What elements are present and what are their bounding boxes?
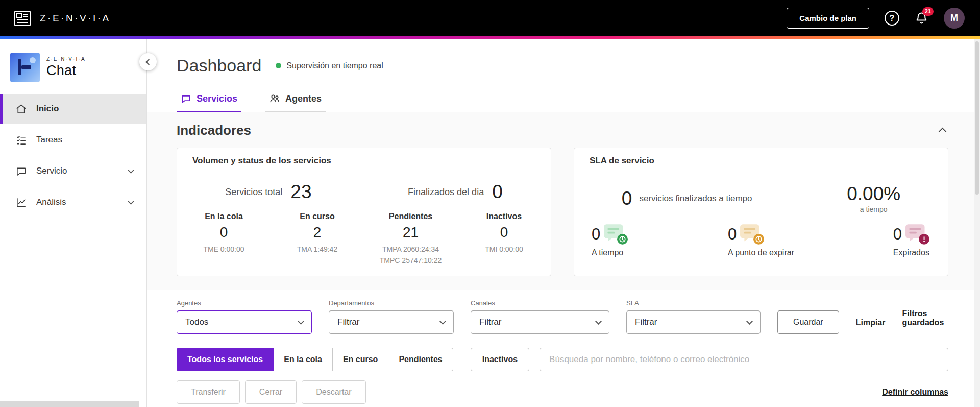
bulk-actions-row: Transferir Cerrar Descartar Definir colu… [147,371,980,404]
home-icon [15,103,27,115]
chevron-down-icon [128,198,134,205]
scrollbar-thumb[interactable] [975,41,979,195]
people-icon [269,93,280,104]
agents-filter: Agentes Todos [177,299,312,334]
chevron-down-icon [595,318,602,325]
service-status-tabs: Todos los servicios En la cola En curso … [177,348,453,371]
finished-today-value: 0 [492,181,503,203]
user-avatar[interactable]: M [944,8,965,29]
zenvia-chat-logo-icon [10,53,40,82]
brand-name: Z·E·N·V·I·A [40,13,111,24]
sla-stat-expired: 0 [893,224,930,257]
stat-en-la-cola: En la cola 0 TME 0:00:00 [177,212,271,266]
help-glyph: ? [890,14,895,23]
close-service-button[interactable]: Cerrar [245,380,297,404]
main-content: Dashboard Supervisión en tiempo real Ser… [147,39,980,407]
services-total: Servicios total 23 [225,181,311,203]
save-filters-button[interactable]: Guardar [777,310,839,334]
chevron-down-icon [746,318,753,325]
sidebar-menu: Inicio Tareas Servicio [0,94,146,217]
clear-filters-link[interactable]: Limpiar [856,318,886,327]
sidebar-item-label: Tareas [36,135,62,145]
zenvia-logo-icon [13,11,32,26]
saved-filters-link[interactable]: Filtros guardados [902,309,949,327]
volume-card-title: Volumen y status de los servicios [177,148,551,173]
departments-filter: Departamentos Filtrar [329,299,454,334]
channels-filter-select[interactable]: Filtrar [471,310,609,334]
status-dot-icon [276,63,281,68]
notification-badge: 21 [922,7,934,16]
indicators-title: Indicadores [177,123,251,138]
zenvia-brand: Z·E·N·V·I·A [13,11,111,26]
search-input[interactable] [540,348,948,371]
sidebar-item-label: Inicio [36,104,59,114]
sla-percent: 0.00% a tiempo [847,183,900,213]
stat-en-curso: En curso 2 TMA 1:49:42 [271,212,364,266]
indicators-section: Indicadores Volumen y status de los serv… [147,112,980,290]
sidebar-item-label: Análisis [36,197,66,207]
stat-inactivos: Inactivos 0 TMI 0:00:00 [457,212,551,266]
sla-stat-about-to-expire: 0 [728,224,794,257]
sidebar-item-inicio[interactable]: Inicio [0,94,146,124]
sidebar-item-tareas[interactable]: Tareas [0,125,146,155]
zenvia-chat-logo: Z·E·N·V·I·A Chat [0,39,146,82]
app-window: Z·E·N·V·I·A Cambio de plan ? 21 M [0,0,980,407]
tab-inactivos[interactable]: Inactivos [471,348,529,371]
page-title: Dashboard [177,56,261,76]
expired-chat-alert-icon [905,224,930,245]
realtime-status-label: Supervisión en tiempo real [286,61,383,70]
departments-filter-select[interactable]: Filtrar [329,310,454,334]
sla-finished-on-time: 0 servicios finalizados a tiempo [622,188,752,209]
sidebar-item-analisis[interactable]: Análisis [0,187,146,217]
chevron-down-icon [298,318,304,325]
tab-label: Agentes [285,93,322,104]
tab-servicios[interactable]: Servicios [177,88,241,112]
transfer-button[interactable]: Transferir [177,380,240,404]
tab-todos-los-servicios[interactable]: Todos los servicios [177,348,274,371]
services-total-value: 23 [290,181,311,203]
discard-button[interactable]: Descartar [302,380,365,404]
sidebar-bottom-strip [0,401,139,407]
channels-filter: Canales Filtrar [471,299,609,334]
sla-filter: SLA Filtrar [626,299,761,334]
tab-agentes[interactable]: Agentes [265,88,326,112]
agents-filter-select[interactable]: Todos [177,310,312,334]
change-plan-button[interactable]: Cambio de plan [787,8,869,29]
chart-icon [15,197,27,208]
stat-pendientes: Pendientes 21 TMPA 2060:24:34 TMPC 25747… [364,212,457,266]
help-icon[interactable]: ? [885,11,899,26]
top-bar: Z·E·N·V·I·A Cambio de plan ? 21 M [0,0,980,36]
sidebar: Z·E·N·V·I·A Chat Inicio [0,39,147,407]
chevron-up-icon [939,127,947,135]
top-bar-controls: Cambio de plan ? 21 M [787,8,965,29]
tab-pendientes[interactable]: Pendientes [388,348,453,371]
chevron-left-icon [145,59,152,65]
finished-today: Finalizados del dia 0 [408,181,503,203]
tab-en-curso[interactable]: En curso [333,348,388,371]
vertical-scrollbar[interactable] [974,39,980,407]
sla-stat-on-time: 0 [592,224,629,257]
chevron-down-icon [439,318,446,325]
realtime-status: Supervisión en tiempo real [276,61,383,70]
tasks-icon [15,134,27,146]
chevron-down-icon [128,167,134,174]
sidebar-collapse-button[interactable] [139,53,157,70]
dashboard-tabs: Servicios Agentes [147,88,980,112]
define-columns-link[interactable]: Definir columnas [882,388,948,397]
services-toolbar: Todos los servicios En la cola En curso … [147,334,980,371]
sla-card: SLA de servicio 0 servicios finalizados … [574,148,948,276]
chat-bubble-icon [181,93,191,104]
sidebar-item-label: Servicio [36,166,67,176]
notifications-button[interactable]: 21 [915,11,928,25]
collapse-indicators-button[interactable] [937,124,948,138]
logo-product-text: Chat [46,63,86,79]
sla-card-title: SLA de servicio [574,148,948,173]
volume-card: Volumen y status de los servicios Servic… [177,148,551,276]
sla-filter-select[interactable]: Filtrar [626,310,761,334]
tab-label: Servicios [197,93,237,104]
sidebar-item-servicio[interactable]: Servicio [0,156,146,186]
filters-row: Agentes Todos Departamentos Filtrar Cana… [147,290,980,334]
expiring-chat-alarm-icon [740,224,765,245]
tab-en-la-cola[interactable]: En la cola [274,348,333,371]
logo-brand-text: Z·E·N·V·I·A [46,56,86,62]
